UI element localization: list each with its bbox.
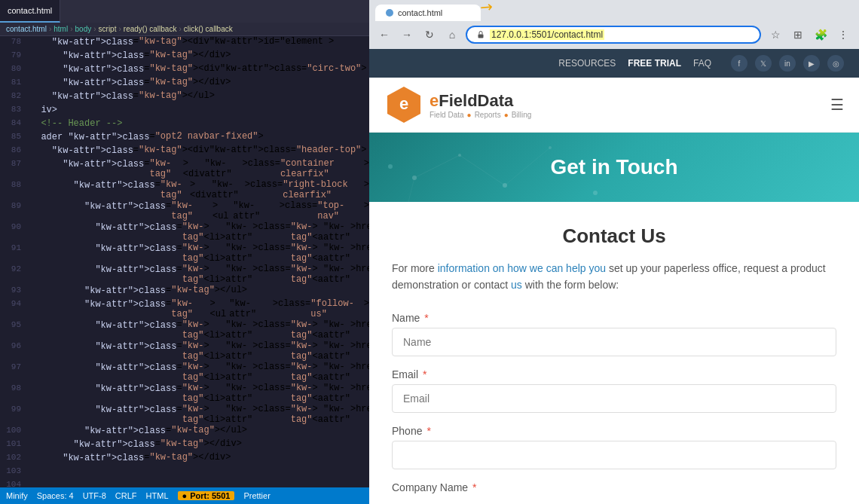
code-line-81: 81 "kw-attr">class="kw-tag"></div> [0, 77, 369, 90]
code-line-88: 88 "kw-attr">class="kw-tag"><div "kw-att… [0, 179, 369, 200]
code-line-91: 91 "kw-attr">class="kw-tag"><li>"kw-attr… [0, 243, 369, 264]
line-number: 104 [0, 479, 27, 487]
browser-tab-active[interactable]: contact.html [375, 5, 481, 21]
topnav-free-trial[interactable]: FREE TRIAL [628, 58, 681, 69]
line-number: 80 [0, 63, 27, 77]
line-content [27, 479, 30, 487]
tab-label: contact.html [8, 6, 52, 15]
tagline-dot2: ● [504, 111, 509, 119]
social-icons: f 𝕏 in ▶ ◎ [731, 55, 844, 72]
code-line-103: 103 [0, 466, 369, 479]
address-bar[interactable]: 127.0.0.1:5501/contact.html [466, 26, 761, 44]
email-label: Email * [392, 368, 836, 380]
line-number: 85 [0, 131, 27, 145]
line-number: 91 [0, 243, 27, 264]
line-number: 97 [0, 362, 27, 383]
code-line-83: 83 iv> [0, 104, 369, 118]
hamburger-menu[interactable]: ☰ [830, 96, 844, 114]
site-logo: e eFieldData Field Data ● Reports ● Bill… [384, 85, 531, 124]
line-number: 82 [0, 90, 27, 104]
name-input[interactable] [392, 328, 836, 356]
code-line-92: 92 "kw-attr">class="kw-tag"><li>"kw-attr… [0, 264, 369, 285]
email-input[interactable] [392, 384, 836, 413]
line-content: "kw-attr">class [27, 341, 176, 362]
logo-icon: e [384, 85, 423, 124]
name-required: * [424, 312, 428, 324]
line-content: "kw-attr">class [27, 179, 155, 200]
line-content: "kw-attr">class [27, 404, 176, 425]
logo-e: e [430, 91, 439, 110]
star-button[interactable]: ☆ [766, 25, 785, 44]
svg-line-12 [407, 178, 414, 202]
line-number: 102 [0, 452, 27, 466]
line-content: "kw-attr">class [27, 90, 133, 104]
code-line-93: 93 "kw-attr">class="kw-tag"></ul> [0, 285, 369, 298]
code-line-86: 86 "kw-attr">class="kw-tag"><div "kw-att… [0, 145, 369, 158]
code-area: 78 "kw-attr">class="kw-tag"><div "kw-att… [0, 36, 369, 487]
tagline-billing: Billing [512, 111, 532, 119]
status-encoding: UTF-8 [83, 491, 106, 500]
menu-button[interactable]: ⋮ [833, 25, 853, 44]
youtube-icon[interactable]: ▶ [803, 55, 820, 72]
name-field-group: Name * [392, 312, 836, 356]
us-link[interactable]: us [511, 279, 522, 291]
phone-input[interactable] [392, 441, 836, 469]
contact-section: Contact Us For more information on how w… [369, 202, 859, 504]
code-line-104: 104 [0, 479, 369, 487]
address-text: 127.0.0.1:5501/contact.html [490, 29, 604, 40]
status-line-endings: CRLF [115, 491, 137, 500]
back-button[interactable]: ← [375, 26, 393, 44]
line-content: "kw-attr">class [27, 50, 144, 63]
status-minify[interactable]: Minify [6, 491, 28, 500]
line-number: 84 [0, 118, 27, 131]
twitter-icon[interactable]: 𝕏 [755, 55, 772, 72]
topnav-resources[interactable]: RESOURCES [558, 58, 616, 69]
line-number: 83 [0, 104, 27, 118]
line-content: "kw-attr">class [27, 383, 176, 404]
name-label: Name * [392, 312, 836, 324]
line-content: "kw-attr">class [27, 264, 176, 285]
company-field-group: Company Name * [392, 481, 836, 493]
code-line-90: 90 "kw-attr">class="kw-tag"><li>"kw-attr… [0, 221, 369, 243]
line-number: 103 [0, 466, 27, 479]
website-content: RESOURCES FREE TRIAL FAQ f 𝕏 in ▶ ◎ e [369, 49, 859, 504]
facebook-icon[interactable]: f [731, 55, 747, 72]
status-prettier[interactable]: Prettier [243, 491, 270, 500]
topnav-faq[interactable]: FAQ [693, 58, 711, 69]
phone-label: Phone * [392, 425, 836, 437]
browser-tabs-bar: contact.html [375, 5, 853, 21]
line-content: "kw-attr">class [27, 438, 155, 452]
linkedin-icon[interactable]: in [779, 55, 796, 72]
code-line-102: 102 "kw-attr">class="kw-tag"></div> [0, 452, 369, 466]
editor-tab-contact[interactable]: contact.html [0, 0, 60, 23]
code-line-78: 78 "kw-attr">class="kw-tag"><div "kw-att… [0, 36, 369, 50]
email-field-group: Email * [392, 368, 836, 413]
line-number: 96 [0, 341, 27, 362]
code-line-82: 82 "kw-attr">class="kw-tag"></ul> [0, 90, 369, 104]
code-editor: contact.html contact.html › html › body … [0, 0, 369, 504]
line-number: 98 [0, 383, 27, 404]
line-content: ader "kw-attr">class [27, 131, 149, 145]
code-line-95: 95 "kw-attr">class="kw-tag"><li>"kw-attr… [0, 319, 369, 341]
home-button[interactable]: ⌂ [443, 26, 461, 44]
line-number: 79 [0, 50, 27, 63]
line-content: iv> [27, 104, 57, 118]
instagram-icon[interactable]: ◎ [827, 55, 844, 72]
code-line-94: 94 "kw-attr">class="kw-tag"><ul "kw-attr… [0, 298, 369, 319]
forward-button[interactable]: → [398, 26, 416, 44]
contact-description: For more information on how we can help … [392, 260, 836, 294]
code-line-84: 84 <!-- Header --> [0, 118, 369, 131]
extensions-button[interactable]: ⊞ [788, 25, 808, 44]
reload-button[interactable]: ↻ [420, 26, 439, 44]
code-line-101: 101 "kw-attr">class="kw-tag"></div> [0, 438, 369, 452]
puzzle-button[interactable]: 🧩 [811, 25, 830, 44]
line-number: 81 [0, 77, 27, 90]
contact-title: Contact Us [392, 225, 836, 248]
code-line-89: 89 "kw-attr">class="kw-tag"><ul "kw-attr… [0, 200, 369, 221]
info-link[interactable]: information on how we can help you [438, 262, 606, 274]
logo-name: eFieldData [430, 91, 531, 111]
line-number: 89 [0, 200, 27, 221]
breadcrumb-item-2: html [53, 25, 68, 33]
editor-tabs: contact.html [0, 0, 369, 23]
line-content: "kw-attr">class [27, 63, 144, 77]
